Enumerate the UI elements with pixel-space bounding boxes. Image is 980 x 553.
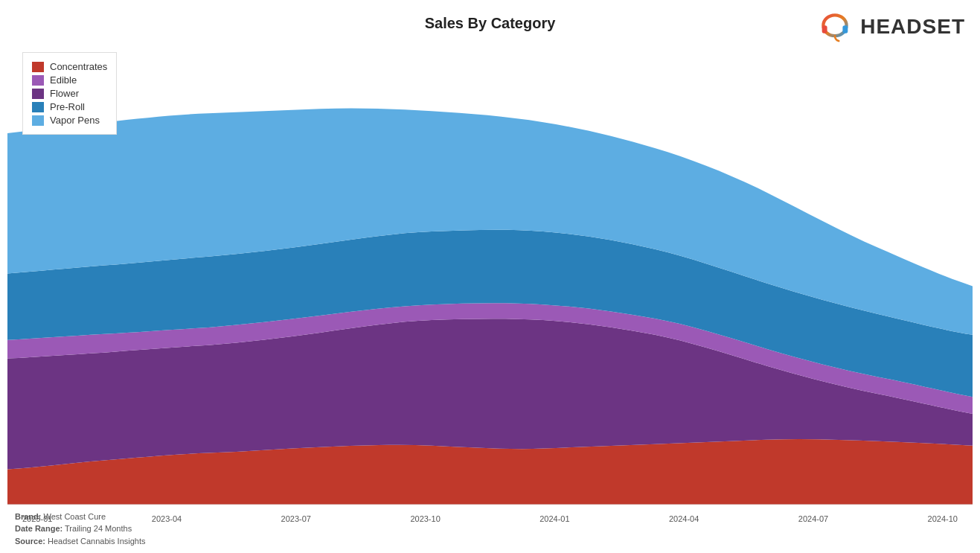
chart-svg: [7, 48, 973, 505]
legend-item-vaporpens: Vapor Pens: [32, 115, 107, 126]
legend-label-preroll: Pre-Roll: [50, 101, 85, 112]
header: HEADSET: [816, 7, 965, 46]
x-label-5: 2024-04: [669, 514, 699, 523]
x-label-2: 2023-07: [281, 514, 311, 523]
x-label-6: 2024-07: [798, 514, 828, 523]
footer-date-range-label: Date Range:: [15, 524, 63, 533]
legend-label-concentrates: Concentrates: [50, 61, 107, 72]
page-container: HEADSET Sales By Category Concentrates: [0, 0, 980, 553]
chart-title: Sales By Category: [425, 15, 556, 32]
footer-source-value: Headset Cannabis Insights: [48, 537, 145, 546]
legend-item-edible: Edible: [32, 74, 107, 86]
legend-item-preroll: Pre-Roll: [32, 101, 107, 112]
chart-area: [7, 48, 973, 505]
x-label-1: 2023-04: [152, 514, 182, 523]
footer-brand-value: West Coast Cure: [44, 512, 106, 521]
legend-label-flower: Flower: [50, 88, 79, 99]
footer-date-range-value: Trailing 24 Months: [65, 524, 132, 533]
x-axis-labels: 2023-01 2023-04 2023-07 2023-10 2024-01 …: [7, 514, 973, 523]
legend-color-flower: [32, 89, 44, 99]
x-label-3: 2023-10: [410, 514, 440, 523]
x-label-4: 2024-01: [539, 514, 569, 523]
svg-rect-1: [822, 25, 827, 33]
legend-color-vaporpens: [32, 115, 44, 126]
legend-color-concentrates: [32, 62, 44, 72]
svg-rect-2: [843, 25, 848, 33]
legend: Concentrates Edible Flower Pre-Roll Vapo…: [22, 52, 117, 135]
footer-brand: Brand: West Coast Cure: [15, 511, 146, 523]
headset-logo-text: HEADSET: [860, 15, 965, 39]
headset-logo: HEADSET: [816, 7, 965, 46]
footer-brand-label: Brand:: [15, 512, 41, 521]
legend-color-preroll: [32, 102, 44, 112]
legend-item-concentrates: Concentrates: [32, 61, 107, 72]
legend-label-edible: Edible: [50, 74, 77, 86]
footer-date-range: Date Range: Trailing 24 Months: [15, 522, 146, 535]
footer-source-label: Source:: [15, 537, 45, 546]
legend-label-vaporpens: Vapor Pens: [50, 115, 100, 126]
legend-item-flower: Flower: [32, 88, 107, 99]
svg-point-0: [824, 15, 847, 36]
legend-color-edible: [32, 75, 44, 86]
headset-logo-icon: [816, 7, 854, 46]
x-label-7: 2024-10: [928, 514, 958, 523]
footer: Brand: West Coast Cure Date Range: Trail…: [15, 511, 146, 548]
footer-source: Source: Headset Cannabis Insights: [15, 535, 146, 548]
